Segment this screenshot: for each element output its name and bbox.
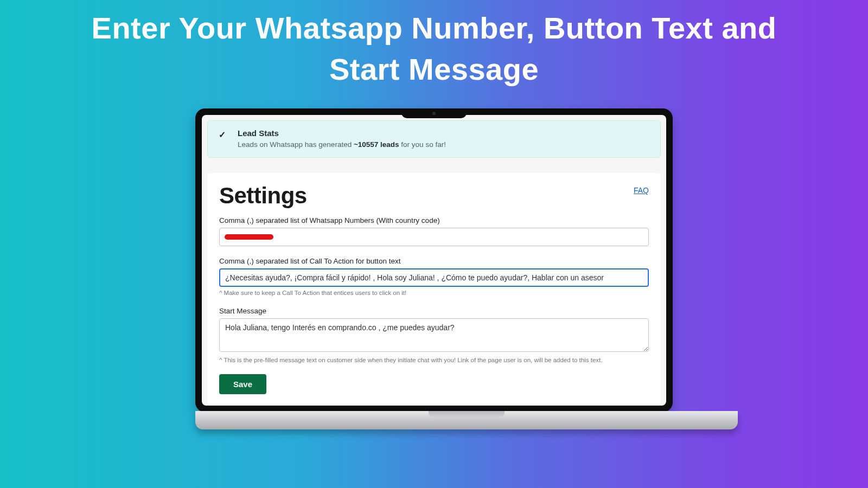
numbers-input[interactable] — [219, 228, 649, 246]
save-button[interactable]: Save — [219, 374, 266, 394]
laptop-notch — [401, 108, 467, 118]
cta-input[interactable] — [219, 268, 649, 287]
hero-title-line1: Enter Your Whatsapp Number, Button Text … — [92, 11, 777, 45]
cta-helper: ^ Make sure to keep a Call To Action tha… — [219, 290, 649, 296]
app-content: ✓ Lead Stats Leads on Whatsapp has gener… — [202, 115, 666, 406]
cta-label: Comma (,) separated list of Call To Acti… — [219, 257, 649, 265]
lead-stats-suffix: for you so far! — [399, 140, 446, 149]
check-icon: ✓ — [219, 130, 226, 140]
laptop-base — [195, 411, 738, 429]
lead-stats-subtitle: Leads on Whatsapp has generated ~10557 l… — [238, 140, 446, 149]
lead-stats-title: Lead Stats — [238, 129, 446, 138]
lead-stats-count: ~10557 leads — [354, 140, 399, 149]
laptop-base-notch — [429, 411, 505, 418]
numbers-input-wrap — [219, 228, 649, 246]
settings-header: Settings FAQ — [219, 183, 649, 209]
settings-heading: Settings — [219, 183, 307, 209]
hero-title-line2: Start Message — [329, 52, 539, 86]
lead-stats-text: Lead Stats Leads on Whatsapp has generat… — [238, 129, 446, 149]
laptop-mockup: ✓ Lead Stats Leads on Whatsapp has gener… — [195, 108, 673, 429]
faq-link[interactable]: FAQ — [634, 186, 649, 195]
laptop-screen: ✓ Lead Stats Leads on Whatsapp has gener… — [202, 115, 666, 406]
settings-card: Settings FAQ Comma (,) separated list of… — [207, 173, 661, 406]
laptop-screen-frame: ✓ Lead Stats Leads on Whatsapp has gener… — [195, 108, 673, 412]
redaction-mark — [225, 234, 273, 240]
hero-title: Enter Your Whatsapp Number, Button Text … — [0, 0, 868, 89]
numbers-label: Comma (,) separated list of Whatsapp Num… — [219, 216, 649, 224]
lead-stats-prefix: Leads on Whatsapp has generated — [238, 140, 354, 149]
lead-stats-banner: ✓ Lead Stats Leads on Whatsapp has gener… — [207, 120, 661, 158]
start-message-label: Start Message — [219, 307, 649, 315]
start-message-helper: ^ This is the pre-filled message text on… — [219, 357, 649, 363]
start-message-input[interactable] — [219, 318, 649, 352]
